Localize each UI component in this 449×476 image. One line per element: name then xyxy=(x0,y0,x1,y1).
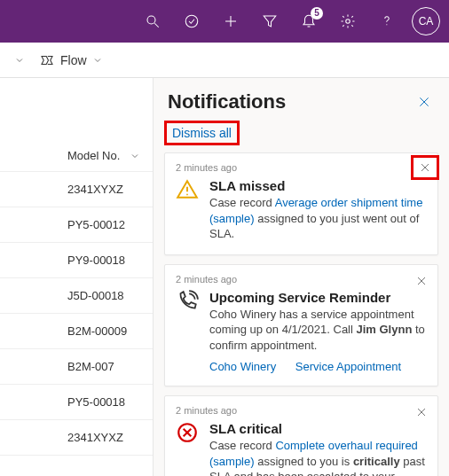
add-button[interactable] xyxy=(213,4,248,39)
flow-label: Flow xyxy=(60,53,87,67)
search-icon xyxy=(145,13,161,29)
close-icon xyxy=(416,407,427,417)
svg-point-2 xyxy=(185,15,198,27)
table-row[interactable]: PY5-00012 xyxy=(0,207,153,243)
main-area: Model No. 2341XYXZ PY5-00012 PY9-00018 J… xyxy=(0,78,449,476)
svg-point-7 xyxy=(346,20,351,24)
close-icon xyxy=(418,96,430,108)
cell-value: PY9-00018 xyxy=(67,254,125,267)
flow-button[interactable]: Flow xyxy=(39,52,103,68)
card-description: Case record Average order shipment time … xyxy=(209,195,427,242)
close-icon xyxy=(420,162,430,173)
table-row[interactable]: B2M-007 xyxy=(0,349,153,385)
critical-icon xyxy=(176,421,201,476)
table-row[interactable]: B2M-00009 xyxy=(0,314,153,349)
svg-line-1 xyxy=(154,23,159,27)
notification-card-service-reminder: 2 minutes ago Upcoming Service Reminder … xyxy=(164,264,438,387)
grid-column: Model No. 2341XYXZ PY5-00012 PY9-00018 J… xyxy=(0,78,153,476)
panel-header: Notifications xyxy=(164,78,438,117)
close-icon xyxy=(416,276,427,286)
card-title: SLA missed xyxy=(209,178,427,193)
help-button[interactable] xyxy=(369,4,405,39)
notification-badge: 5 xyxy=(311,7,323,20)
svg-marker-5 xyxy=(264,16,276,27)
user-avatar[interactable]: CA xyxy=(412,7,440,35)
coho-winery-link[interactable]: Coho Winery xyxy=(209,360,276,373)
plus-icon xyxy=(223,13,239,29)
avatar-initials: CA xyxy=(419,15,434,27)
column-header-label: Model No. xyxy=(67,149,120,162)
cell-value: B2M-00009 xyxy=(67,324,127,338)
dismiss-all-highlight: Dismiss all xyxy=(164,121,240,145)
chevron-down-icon xyxy=(14,55,25,66)
svg-point-0 xyxy=(147,16,155,24)
notification-card-sla-missed: 2 minutes ago SLA missed Case record Ave… xyxy=(164,152,438,255)
settings-button[interactable] xyxy=(330,4,366,39)
panel-close-button[interactable] xyxy=(414,91,435,113)
card-timestamp: 2 minutes ago xyxy=(176,405,427,416)
table-row[interactable]: J5D-00018 xyxy=(0,278,153,314)
card-description: Coho Winery has a service appointment co… xyxy=(209,307,427,354)
panel-title: Notifications xyxy=(168,90,286,113)
cell-value: J5D-00018 xyxy=(67,289,124,302)
table-row[interactable]: PY5-00018 xyxy=(0,385,153,420)
svg-point-8 xyxy=(386,24,387,25)
svg-point-15 xyxy=(186,194,188,196)
search-button[interactable] xyxy=(135,4,170,39)
dismiss-all-link[interactable]: Dismiss all xyxy=(172,126,232,140)
cell-value: 2341XYXZ xyxy=(67,431,123,444)
card-action-links: Coho Winery Service Appointment xyxy=(209,360,427,373)
table-row[interactable]: 2341XYXZ xyxy=(0,172,153,207)
cell-value: PY5-00012 xyxy=(67,218,125,231)
filter-button[interactable] xyxy=(252,4,288,39)
app-top-bar: 5 CA xyxy=(0,0,449,43)
cell-value: 2341XYXZ xyxy=(67,183,123,196)
command-bar: Flow xyxy=(0,43,449,78)
chevron-down-icon xyxy=(92,55,103,66)
card-timestamp: 2 minutes ago xyxy=(176,274,427,285)
column-header-model-no[interactable]: Model No. xyxy=(0,140,153,172)
card-title: Upcoming Service Reminder xyxy=(209,290,427,305)
task-button[interactable] xyxy=(174,4,209,39)
task-check-icon xyxy=(184,13,200,29)
phone-icon xyxy=(176,290,201,374)
back-dropdown[interactable] xyxy=(9,50,30,71)
flow-icon xyxy=(39,52,55,68)
card-close-button[interactable] xyxy=(411,155,439,180)
gear-icon xyxy=(340,13,356,29)
table-row[interactable]: 2341XYXZ xyxy=(0,420,153,456)
card-close-button[interactable] xyxy=(413,403,430,421)
table-row[interactable]: PY9-00018 xyxy=(0,243,153,278)
notifications-button[interactable]: 5 xyxy=(291,4,327,39)
cell-value: B2M-007 xyxy=(67,360,114,373)
question-icon xyxy=(379,13,395,29)
warning-icon xyxy=(176,178,201,242)
cell-value: PY5-00018 xyxy=(67,395,125,409)
service-appointment-link[interactable]: Service Appointment xyxy=(295,360,401,373)
card-title: SLA critical xyxy=(209,421,427,436)
contact-name: Jim Glynn xyxy=(357,323,413,336)
chevron-down-icon xyxy=(130,151,140,161)
card-timestamp: 2 minutes ago xyxy=(176,162,427,173)
funnel-icon xyxy=(262,13,278,29)
notifications-panel: Notifications Dismiss all 2 minutes ago … xyxy=(153,78,449,476)
notification-card-sla-critical: 2 minutes ago SLA critical Case record C… xyxy=(164,395,438,476)
card-close-button[interactable] xyxy=(413,272,430,290)
card-description: Case record Complete overhaul required (… xyxy=(209,438,427,476)
